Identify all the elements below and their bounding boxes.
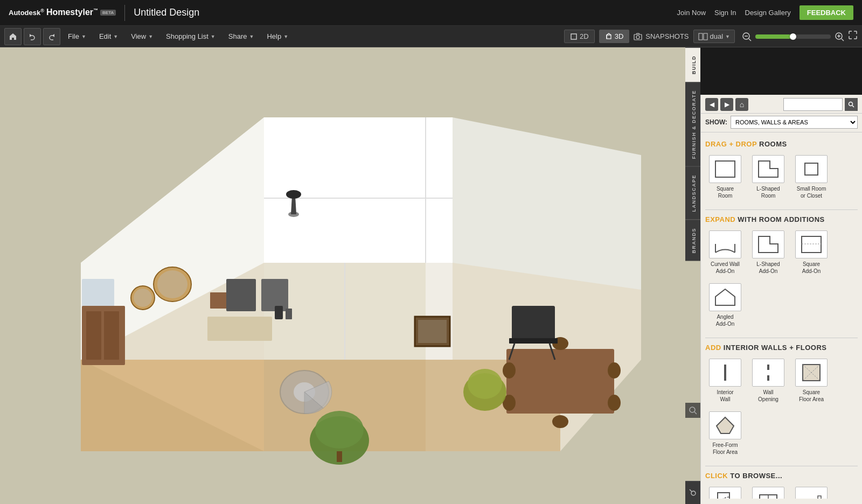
furnish-decorate-tab[interactable]: FURNISH & DECORATE [685, 82, 700, 166]
panel-home-button[interactable]: ⌂ [735, 98, 748, 111]
angled-addon-item[interactable]: AngledAdd-On [705, 281, 745, 330]
menu-left: File ▼ Edit ▼ View ▼ Shopping List ▼ Sha… [4, 28, 294, 45]
drag-rooms-header: DRAG + DROP ROOMS [705, 137, 858, 150]
browse-grid: Doors Windows [705, 482, 858, 499]
square-addon-icon [795, 230, 828, 258]
show-row: SHOW: ROOMS, WALLS & AREAS FLOOR PLAN AL… [701, 114, 862, 132]
svg-rect-81 [718, 493, 729, 499]
zoom-slider[interactable] [755, 34, 831, 39]
browse-header: CLICK TO BROWSE... [705, 468, 858, 482]
svg-point-33 [157, 270, 187, 298]
svg-rect-73 [802, 236, 821, 253]
top-right-nav: Join Now Sign In Design Gallery FEEDBACK [677, 5, 853, 20]
redo-button[interactable] [43, 28, 60, 45]
svg-rect-4 [699, 33, 703, 40]
curved-wall-item[interactable]: Curved WallAdd-On [705, 228, 745, 277]
magnify-side-button[interactable] [685, 481, 700, 504]
top-bar: Autodesk® Homestyler™ BETA Untitled Desi… [0, 0, 862, 26]
join-now-link[interactable]: Join Now [677, 9, 706, 17]
svg-rect-63 [275, 306, 283, 319]
house-scene [0, 47, 700, 504]
windows-item[interactable]: Windows [748, 484, 788, 499]
svg-marker-21 [81, 360, 264, 451]
svg-rect-38 [506, 349, 614, 414]
view-3d-button[interactable]: 3D [599, 30, 630, 43]
panel-back-button[interactable]: ◀ [705, 98, 718, 111]
help-menu[interactable]: Help ▼ [261, 30, 294, 43]
l-shaped-addon-icon [752, 230, 784, 258]
interior-wall-icon [709, 359, 741, 387]
snapshots-button[interactable]: SNAPSHOTS [634, 32, 689, 40]
svg-rect-64 [286, 309, 292, 319]
view-2d-button[interactable]: 2D [564, 30, 595, 43]
show-label: SHOW: [705, 118, 727, 126]
panel-search-input[interactable] [783, 98, 843, 111]
homestyler-text: Homestyler™ [46, 8, 98, 17]
right-panel: ◀ ▶ ⌂ SHOW: ROOMS, WALLS & AREAS FLOOR P… [700, 95, 862, 504]
svg-point-62 [286, 190, 301, 199]
svg-line-68 [852, 106, 854, 107]
dual-view-button[interactable]: dual ▼ [693, 30, 735, 43]
interior-wall-item[interactable]: InteriorWall [705, 356, 745, 405]
landscape-tab[interactable]: LANDSCAPE [685, 166, 700, 220]
panel-forward-button[interactable]: ▶ [720, 98, 733, 111]
svg-rect-91 [818, 496, 821, 499]
doors-icon [709, 487, 741, 499]
build-tab[interactable]: BUILD [685, 47, 700, 82]
zoom-in-button[interactable] [833, 30, 846, 43]
edit-menu[interactable]: Edit ▼ [94, 30, 123, 43]
side-panel-tabs: BUILD FURNISH & DECORATE LANDSCAPE BRAND… [685, 47, 700, 504]
svg-point-67 [849, 102, 853, 106]
home-menu-button[interactable] [4, 28, 22, 45]
view-menu[interactable]: View ▼ [126, 30, 158, 43]
svg-rect-0 [571, 34, 576, 39]
divider-3 [705, 466, 858, 466]
svg-point-44 [552, 415, 568, 428]
zoom-out-button[interactable] [740, 30, 753, 43]
zoom-slider-fill [755, 34, 793, 39]
square-floor-item[interactable]: SquareFloor Area [791, 356, 831, 405]
sign-in-link[interactable]: Sign In [714, 9, 736, 17]
free-form-floor-item[interactable]: Free-FormFloor Area [705, 409, 745, 458]
square-addon-item[interactable]: SquareAdd-On [791, 228, 831, 277]
show-dropdown[interactable]: ROOMS, WALLS & AREAS FLOOR PLAN ALL [731, 116, 858, 129]
build-panel: DRAG + DROP ROOMS SquareRoom L-ShapedRoo… [701, 132, 862, 499]
svg-point-49 [468, 369, 502, 399]
stairs-icon [795, 487, 828, 499]
svg-point-46 [315, 411, 364, 449]
square-room-item[interactable]: SquareRoom [705, 152, 745, 202]
svg-point-39 [503, 362, 516, 379]
walls-floors-grid: InteriorWall WallOpening SquareFloor Are… [705, 354, 858, 464]
design-gallery-link[interactable]: Design Gallery [745, 9, 791, 17]
panel-search-button[interactable] [845, 98, 858, 111]
design-title: Untitled Design [134, 7, 199, 18]
svg-rect-36 [226, 279, 256, 311]
square-floor-icon [795, 359, 828, 387]
fullscreen-button[interactable] [848, 30, 858, 43]
stairs-item[interactable]: Stairs [791, 484, 831, 499]
zoom-slider-thumb [790, 33, 796, 40]
free-form-floor-icon [709, 411, 741, 439]
3d-viewport[interactable]: ▲ ▼ ◀ ▶ [0, 47, 700, 504]
zoom-controls [740, 30, 858, 43]
small-room-item[interactable]: Small Roomor Closet [791, 152, 831, 202]
rooms-grid: SquareRoom L-ShapedRoom Small Roomor Clo… [705, 150, 858, 207]
wall-opening-item[interactable]: WallOpening [748, 356, 788, 405]
svg-rect-60 [418, 320, 447, 343]
beta-badge: BETA [100, 10, 116, 16]
brands-tab[interactable]: BRANDS [685, 220, 700, 261]
l-shaped-room-item[interactable]: L-ShapedRoom [748, 152, 788, 202]
shopping-list-menu[interactable]: Shopping List ▼ [161, 30, 221, 43]
doors-item[interactable]: Doors [705, 484, 745, 499]
undo-button[interactable] [24, 28, 41, 45]
room-additions-header: EXPAND WITH ROOM ADDITIONS [705, 212, 858, 226]
l-shaped-room-icon [752, 155, 784, 183]
l-shaped-addon-item[interactable]: L-ShapedAdd-On [748, 228, 788, 277]
app-logo: Autodesk® Homestyler™ BETA [9, 8, 116, 17]
file-menu[interactable]: File ▼ [62, 30, 92, 43]
windows-icon [752, 487, 784, 499]
feedback-button[interactable]: FEEDBACK [800, 5, 853, 20]
svg-rect-47 [337, 451, 342, 462]
menu-bar: File ▼ Edit ▼ View ▼ Shopping List ▼ Sha… [0, 26, 862, 47]
share-menu[interactable]: Share ▼ [223, 30, 260, 43]
